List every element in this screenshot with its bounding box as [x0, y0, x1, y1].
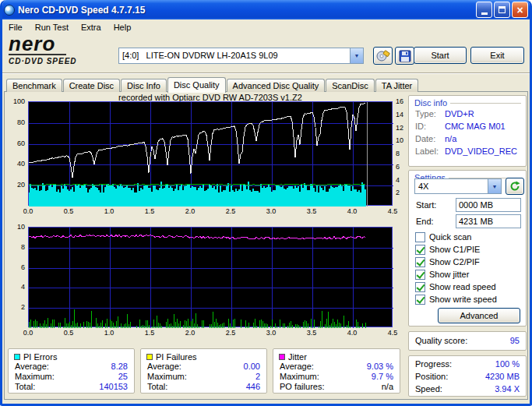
show-read-speed-label: Show read speed	[429, 282, 496, 291]
disc-type-value: DVD+R	[445, 109, 474, 118]
checkbox-row-show-write-speed[interactable]: Show write speed	[415, 294, 497, 305]
axis-tick-label: 3.0	[262, 330, 280, 337]
tab-benchmark[interactable]: Benchmark	[6, 79, 62, 92]
chevron-down-icon[interactable]: ▼	[488, 179, 501, 193]
settings-panel: Settings 4X ▼ Start: End: Quick scan	[408, 170, 527, 327]
app-window: Nero CD-DVD Speed 4.7.7.15 × File Run Te…	[0, 0, 532, 406]
disc-id-row: ID:CMC MAG M01	[409, 120, 526, 132]
tab-ta-jitter[interactable]: TA Jitter	[375, 79, 419, 92]
jitter-pif-chart: 1086420.00.51.01.52.02.53.03.54.04.5	[8, 227, 413, 340]
show-write-speed-checkbox[interactable]	[415, 295, 425, 305]
minimize-icon	[481, 12, 488, 15]
stat-row: Average:0.00	[141, 362, 266, 372]
advanced-button[interactable]: Advanced	[438, 308, 520, 323]
disc-id-label: ID:	[415, 120, 445, 132]
disc-date-row: Date:n/a	[409, 132, 526, 145]
position-row: Position: 4230 MB	[409, 370, 526, 383]
quick-scan-label: Quick scan	[429, 232, 471, 242]
disc-id-value: CMC MAG M01	[445, 122, 506, 131]
checkbox-row-show-c1-pie[interactable]: Show C1/PIE	[415, 244, 480, 255]
exit-button[interactable]: Exit	[470, 47, 524, 64]
speed-select[interactable]: 4X ▼	[414, 178, 502, 194]
tab-disc-quality[interactable]: Disc Quality	[167, 77, 226, 93]
app-icon	[4, 5, 15, 16]
tab-advanced-disc-quality[interactable]: Advanced Disc Quality	[227, 79, 326, 92]
show-c1-pie-checkbox[interactable]	[415, 245, 425, 255]
axis-tick-label: 1.0	[100, 208, 118, 215]
menu-extra[interactable]: Extra	[75, 21, 107, 34]
axis-tick-label: 2	[8, 304, 25, 311]
show-jitter-checkbox[interactable]	[415, 270, 425, 280]
axis-tick-label: 1.5	[140, 208, 159, 215]
chevron-down-icon[interactable]: ▼	[350, 48, 363, 63]
axis-tick-label: 2.0	[181, 208, 199, 215]
quality-score-label: Quality score:	[415, 332, 467, 350]
axis-tick-label: 0.5	[59, 208, 78, 215]
progress-value: 100 %	[495, 358, 520, 370]
checkbox-row-show-c2-pif[interactable]: Show C2/PIF	[415, 256, 480, 267]
window-controls: ×	[476, 2, 528, 18]
pie-speed-chart: 100806040201614121086420.00.51.01.52.02.…	[8, 101, 413, 218]
stat-value: 9.7 %	[372, 372, 393, 382]
axis-tick-label: 4.5	[383, 208, 402, 215]
show-c2-pif-checkbox[interactable]	[415, 257, 425, 267]
menu-help[interactable]: Help	[107, 21, 138, 34]
stat-label: Average:	[280, 362, 314, 372]
disc-tools-button[interactable]	[373, 47, 393, 65]
titlebar[interactable]: Nero CD-DVD Speed 4.7.7.15 ×	[0, 0, 532, 19]
drive-select[interactable]: [4:0] LITE-ON DVDRW LH-20A1S 9L09 ▼	[118, 48, 364, 64]
tab-disc-info[interactable]: Disc Info	[121, 79, 167, 92]
maximize-button[interactable]	[494, 2, 510, 18]
jitter-header: Jitter	[273, 349, 400, 362]
axis-tick-label: 2.5	[221, 330, 240, 337]
axis-tick-label: 6	[8, 264, 25, 271]
refresh-button[interactable]	[506, 178, 524, 195]
checkbox-row-quick-scan[interactable]: Quick scan	[415, 231, 471, 242]
axis-tick-label: 3.5	[302, 330, 321, 337]
close-icon: ×	[516, 5, 523, 16]
quick-scan-checkbox[interactable]	[415, 232, 425, 242]
tab-create-disc[interactable]: Create Disc	[63, 79, 120, 92]
disc-tools-icon	[376, 50, 390, 62]
show-read-speed-checkbox[interactable]	[415, 282, 425, 292]
axis-tick-label: 1.0	[100, 330, 118, 337]
quality-score-value: 95	[510, 332, 520, 350]
disc-label-row: Label:DVD_VIDEO_REC	[409, 145, 526, 157]
start-position-label: Start:	[416, 200, 436, 210]
stat-value: 25	[118, 372, 128, 382]
save-button[interactable]	[395, 47, 414, 65]
refresh-icon	[509, 181, 520, 192]
client-area: File Run Test Extra Help nero CD·DVD SPE…	[2, 19, 530, 404]
progress-label: Progress:	[415, 358, 452, 370]
checkbox-row-show-jitter[interactable]: Show jitter	[415, 269, 469, 280]
stat-value: 0.00	[244, 362, 260, 372]
pif-legend-icon	[146, 354, 153, 360]
axis-tick-label: 100	[8, 98, 25, 105]
pi-failures-panel: PI Failures Average:0.00 Maximum:2 Total…	[140, 348, 267, 394]
axis-tick-label: 2.5	[221, 208, 240, 215]
show-c1-pie-label: Show C1/PIE	[429, 245, 480, 254]
disc-date-label: Date:	[415, 132, 445, 145]
disc-label-label: Label:	[415, 145, 445, 157]
jitter-title: Jitter	[288, 352, 307, 362]
position-label: Position:	[415, 370, 448, 383]
nero-logo-text: nero	[9, 34, 66, 55]
axis-tick-label: 2.0	[181, 330, 199, 337]
start-button[interactable]: Start	[414, 47, 467, 64]
pi-errors-title: PI Errors	[23, 352, 57, 362]
close-button[interactable]: ×	[512, 2, 528, 18]
minimize-button[interactable]	[476, 2, 492, 18]
start-position-field[interactable]	[456, 198, 521, 212]
stat-label: Total:	[147, 382, 167, 392]
end-position-field[interactable]	[456, 214, 521, 228]
checkbox-row-show-read-speed[interactable]: Show read speed	[415, 281, 496, 292]
axis-tick-label: 20	[8, 182, 25, 189]
tab-strip: Benchmark Create Disc Disc Info Disc Qua…	[6, 77, 419, 92]
stat-value: 9.03 %	[367, 362, 393, 372]
axis-tick-label: 4	[8, 284, 25, 291]
tab-scandisc[interactable]: ScanDisc	[326, 79, 374, 92]
pi-failures-header: PI Failures	[141, 349, 266, 362]
axis-tick-label: 80	[8, 119, 25, 126]
progress-row: Progress: 100 %	[409, 358, 526, 370]
axis-tick-label: 3.5	[302, 208, 321, 215]
